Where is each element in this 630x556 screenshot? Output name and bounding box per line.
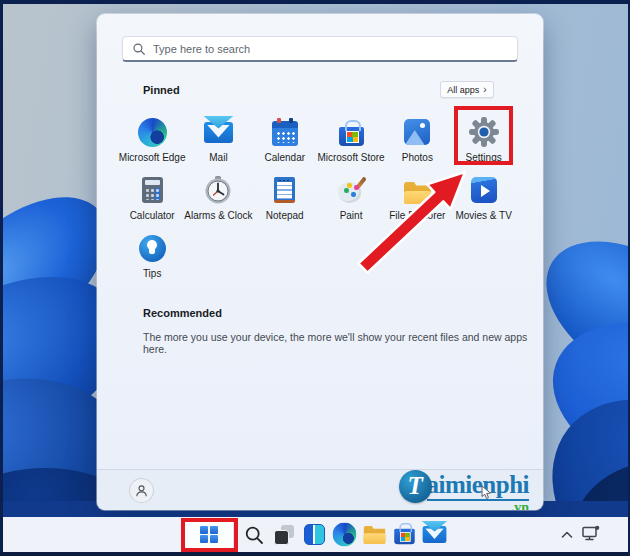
frame-edge (0, 0, 3, 556)
start-menu-panel: Pinned All apps › Microsoft Edge Mail Ca… (97, 14, 543, 510)
task-view-icon (273, 524, 295, 546)
app-label: Paint (340, 210, 363, 221)
watermark-text: aimienphi (427, 472, 529, 501)
taskbar-store-button[interactable] (389, 520, 419, 550)
taskbar-search-button[interactable] (239, 520, 269, 550)
system-tray (560, 517, 601, 552)
chevron-right-icon: › (483, 85, 486, 95)
start-menu-user-bar: T aimienphi .vn (97, 469, 543, 510)
recommended-section-title: Recommended (143, 307, 222, 319)
app-tile-mail[interactable]: Mail (185, 111, 251, 169)
folder-icon (404, 182, 431, 204)
app-label: Movies & TV (455, 210, 512, 221)
start-search-box[interactable] (122, 36, 518, 62)
calculator-icon (142, 177, 163, 203)
app-tile-paint[interactable]: Paint (318, 169, 384, 227)
store-icon (394, 529, 415, 545)
frame-edge (0, 552, 630, 556)
app-label: Tips (143, 268, 162, 279)
user-account-button[interactable] (130, 479, 153, 502)
app-tile-file-explorer[interactable]: File Explorer (384, 169, 450, 227)
search-icon (244, 525, 264, 545)
chevron-up-icon (560, 530, 574, 540)
app-tile-tips[interactable]: Tips (119, 227, 185, 285)
app-label: File Explorer (389, 210, 445, 221)
app-label: Mail (209, 152, 227, 163)
widgets-icon (304, 524, 325, 545)
start-button-highlight-box (181, 518, 238, 552)
settings-highlight-box (454, 106, 513, 165)
app-tile-movies-tv[interactable]: Movies & TV (450, 169, 516, 227)
app-label: Calculator (130, 210, 175, 221)
alarm-clock-icon (203, 175, 233, 205)
task-view-button[interactable] (269, 520, 299, 550)
mail-icon (422, 526, 446, 543)
app-label: Photos (402, 152, 433, 163)
frame-edge (0, 0, 630, 4)
app-label: Microsoft Store (317, 152, 384, 163)
edge-icon (332, 523, 356, 547)
recommended-empty-text: The more you use your device, the more w… (143, 331, 528, 355)
movies-tv-icon (471, 177, 497, 203)
mouse-cursor-icon (479, 485, 492, 500)
calendar-icon (272, 121, 298, 146)
tray-device-button[interactable] (581, 524, 601, 546)
edge-icon (138, 118, 167, 147)
taimienphi-watermark: T aimienphi .vn (399, 470, 529, 503)
search-icon (132, 42, 146, 56)
app-tile-alarms-clock[interactable]: Alarms & Clock (185, 169, 251, 227)
store-icon (339, 127, 364, 146)
pinned-section-title: Pinned (143, 84, 180, 96)
folder-icon (363, 525, 385, 543)
app-label: Alarms & Clock (184, 210, 252, 221)
tips-bulb-icon (139, 235, 166, 262)
user-icon (134, 483, 149, 498)
taskbar-mail-button[interactable] (419, 520, 449, 550)
app-tile-photos[interactable]: Photos (384, 111, 450, 169)
search-input[interactable] (153, 43, 508, 55)
notepad-icon (274, 177, 295, 203)
watermark-vn: .vn (511, 500, 529, 511)
display-device-icon (581, 524, 601, 542)
app-label: Notepad (266, 210, 304, 221)
app-tile-microsoft-edge[interactable]: Microsoft Edge (119, 111, 185, 169)
mail-icon (204, 122, 233, 143)
widgets-button[interactable] (299, 520, 329, 550)
app-label: Calendar (264, 152, 305, 163)
taskbar (0, 517, 630, 552)
app-tile-calendar[interactable]: Calendar (252, 111, 318, 169)
paint-palette-icon (337, 177, 365, 204)
app-label: Microsoft Edge (119, 152, 186, 163)
taskbar-edge-button[interactable] (329, 520, 359, 550)
app-tile-notepad[interactable]: Notepad (252, 169, 318, 227)
photos-icon (404, 119, 430, 145)
watermark-t-badge: T (399, 470, 432, 503)
all-apps-button[interactable]: All apps › (440, 81, 494, 98)
all-apps-label: All apps (447, 85, 479, 95)
hidden-icons-chevron[interactable] (560, 526, 574, 544)
taskbar-file-explorer-button[interactable] (359, 520, 389, 550)
app-tile-microsoft-store[interactable]: Microsoft Store (318, 111, 384, 169)
app-tile-calculator[interactable]: Calculator (119, 169, 185, 227)
